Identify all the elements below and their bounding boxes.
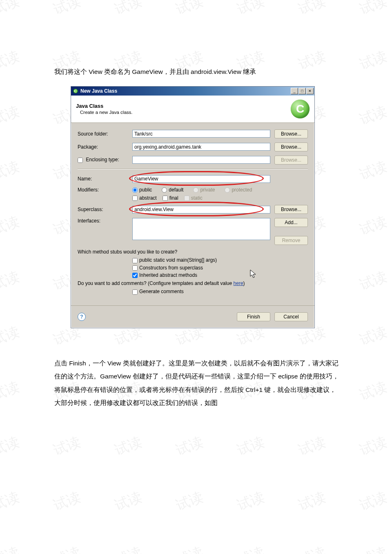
dialog-banner: Java Class Create a new Java class. C (71, 96, 314, 123)
finish-button[interactable]: Finish (237, 312, 270, 321)
interfaces-list[interactable] (132, 218, 270, 240)
source-folder-browse-button[interactable]: Browse... (274, 129, 308, 138)
modifier-abstract-check[interactable]: abstract (132, 195, 157, 201)
interfaces-remove-button: Remove (274, 236, 308, 245)
enclosing-type-label: Enclosing type: (78, 157, 132, 162)
outro-paragraph: 点击 Finish，一个 View 类就创建好了。这里是第一次创建类，以后就不会… (54, 357, 339, 410)
intro-paragraph: 我们将这个 View 类命名为 GameView，并且由 android.vie… (54, 65, 339, 79)
superclass-browse-button[interactable]: Browse... (274, 205, 308, 214)
enclosing-type-input (132, 156, 270, 164)
name-label: Name: (78, 176, 132, 182)
package-browse-button[interactable]: Browse... (274, 142, 308, 151)
stub-main-check[interactable]: public static void main(String[] args) (132, 257, 308, 263)
interfaces-add-button[interactable]: Add... (274, 218, 308, 227)
package-input[interactable] (132, 143, 270, 151)
enclosing-type-browse-button: Browse... (274, 156, 308, 165)
cancel-button[interactable]: Cancel (274, 312, 308, 321)
new-java-class-dialog: C New Java Class _ □ ✕ Java Class Create… (71, 86, 315, 328)
superclass-input[interactable] (132, 206, 270, 214)
window-title: New Java Class (80, 88, 291, 94)
svg-text:C: C (74, 89, 77, 93)
minimize-button[interactable]: _ (291, 88, 298, 94)
source-folder-label: Source folder: (78, 131, 132, 137)
close-button[interactable]: ✕ (306, 88, 314, 94)
class-icon: C (291, 100, 310, 118)
generate-comments-check[interactable]: Generate comments (132, 289, 308, 294)
banner-heading: Java Class (76, 103, 132, 109)
package-label: Package: (78, 144, 132, 150)
interfaces-label: Interfaces: (78, 218, 132, 224)
modifier-final-check[interactable]: final (163, 195, 178, 201)
comments-here-link[interactable]: here (234, 280, 243, 286)
maximize-button[interactable]: □ (298, 88, 306, 94)
modifier-static-check: static (184, 195, 203, 201)
titlebar[interactable]: C New Java Class _ □ ✕ (71, 87, 314, 96)
modifier-protected-radio: protected (225, 187, 252, 193)
stubs-question: Which method stubs would you like to cre… (78, 249, 308, 255)
window-icon: C (73, 88, 78, 94)
source-folder-input[interactable] (132, 130, 270, 138)
modifiers-label: Modifiers: (78, 187, 132, 193)
modifier-private-radio: private (193, 187, 215, 193)
stub-inherited-check[interactable]: Inherited abstract methods (132, 272, 308, 278)
stub-constructors-check[interactable]: Constructors from superclass (132, 265, 308, 271)
banner-sub: Create a new Java class. (80, 110, 132, 115)
help-icon[interactable]: ? (78, 313, 86, 321)
enclosing-type-checkbox[interactable] (78, 158, 83, 163)
name-input[interactable] (132, 175, 270, 183)
comments-question: Do you want to add comments? (Configure … (78, 280, 308, 286)
superclass-label: Superclass: (78, 207, 132, 212)
modifier-default-radio[interactable]: default (162, 187, 183, 193)
modifier-public-radio[interactable]: public (132, 187, 152, 193)
